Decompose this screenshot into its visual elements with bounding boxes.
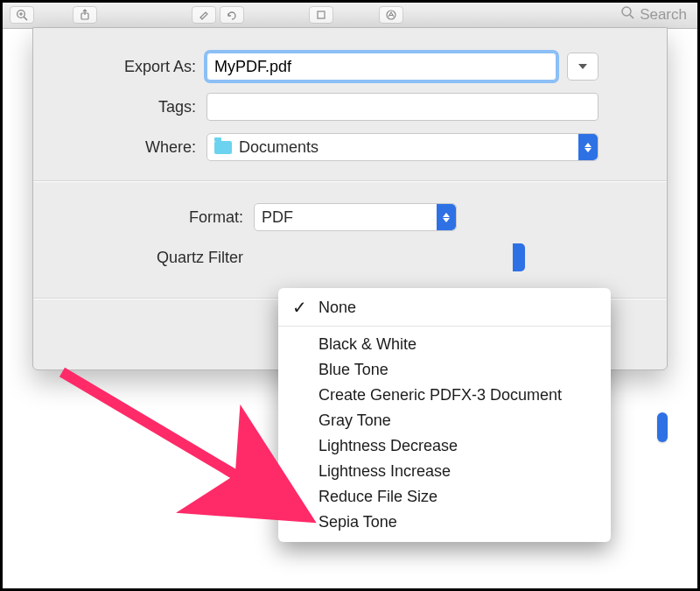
tags-label: Tags: bbox=[60, 98, 196, 116]
menu-item-gray-tone[interactable]: Gray Tone bbox=[278, 408, 611, 433]
where-value: Documents bbox=[239, 138, 318, 157]
menu-item-lightness-decrease[interactable]: Lightness Decrease bbox=[278, 433, 611, 459]
leaf-graphic bbox=[38, 388, 186, 468]
svg-line-8 bbox=[630, 15, 634, 18]
svg-line-1 bbox=[24, 17, 27, 20]
toolbar-search[interactable]: Search bbox=[620, 5, 687, 24]
menu-item-label: Lightness Increase bbox=[318, 462, 451, 480]
filename-history-button[interactable] bbox=[567, 53, 598, 81]
menu-item-label: Gray Tone bbox=[318, 412, 391, 429]
export-filename-input[interactable] bbox=[206, 53, 556, 81]
where-label: Where: bbox=[60, 138, 196, 157]
menu-item-blue-tone[interactable]: Blue Tone bbox=[278, 357, 611, 383]
menu-item-reduce-file-size[interactable]: Reduce File Size bbox=[278, 484, 611, 510]
menu-item-label: Black & White bbox=[318, 335, 416, 353]
share-icon[interactable] bbox=[73, 6, 97, 24]
menu-item-create-generic-pdfx3[interactable]: Create Generic PDFX-3 Document bbox=[278, 383, 611, 408]
popup-arrows-icon bbox=[578, 134, 598, 160]
markup-icon[interactable] bbox=[379, 6, 403, 24]
save-button[interactable] bbox=[657, 412, 668, 442]
zoom-in-icon[interactable] bbox=[10, 6, 34, 24]
menu-item-none[interactable]: ✓ None bbox=[278, 295, 611, 320]
where-popup[interactable]: Documents bbox=[206, 133, 598, 161]
tags-input[interactable] bbox=[206, 93, 598, 121]
menu-separator bbox=[278, 326, 611, 327]
svg-line-9 bbox=[62, 372, 298, 512]
export-as-label: Export As: bbox=[60, 58, 196, 76]
quartz-filter-menu: ✓ None Black & White Blue Tone Create Ge… bbox=[278, 288, 611, 542]
format-popup[interactable]: PDF bbox=[254, 203, 457, 231]
quartz-popup-edge[interactable] bbox=[513, 243, 525, 271]
window-toolbar: Search bbox=[3, 3, 697, 29]
menu-item-lightness-increase[interactable]: Lightness Increase bbox=[278, 459, 611, 484]
screenshot-frame: Search Export As: Tags: Where: bbox=[0, 0, 700, 591]
svg-rect-5 bbox=[318, 11, 325, 18]
menu-item-label: Blue Tone bbox=[318, 361, 388, 378]
popup-arrows-icon bbox=[437, 204, 456, 230]
crop-icon[interactable] bbox=[309, 6, 333, 24]
search-placeholder: Search bbox=[640, 6, 687, 24]
format-label: Format: bbox=[60, 208, 243, 227]
highlight-icon[interactable] bbox=[192, 6, 216, 24]
chevron-down-icon bbox=[578, 64, 587, 69]
format-value: PDF bbox=[262, 208, 293, 227]
checkmark-icon: ✓ bbox=[292, 297, 307, 318]
svg-point-7 bbox=[622, 7, 631, 16]
menu-item-label: Create Generic PDFX-3 Document bbox=[318, 386, 562, 404]
menu-item-label: Lightness Decrease bbox=[318, 437, 458, 454]
menu-item-label: Reduce File Size bbox=[318, 488, 438, 505]
quartz-filter-label: Quartz Filter bbox=[60, 249, 243, 267]
menu-item-black-white[interactable]: Black & White bbox=[278, 332, 611, 357]
menu-item-label: None bbox=[318, 299, 356, 316]
search-icon bbox=[620, 5, 634, 24]
menu-item-label: Sepia Tone bbox=[318, 513, 397, 531]
rotate-icon[interactable] bbox=[220, 6, 244, 24]
folder-icon bbox=[214, 141, 232, 154]
menu-item-sepia-tone[interactable]: Sepia Tone bbox=[278, 510, 611, 535]
